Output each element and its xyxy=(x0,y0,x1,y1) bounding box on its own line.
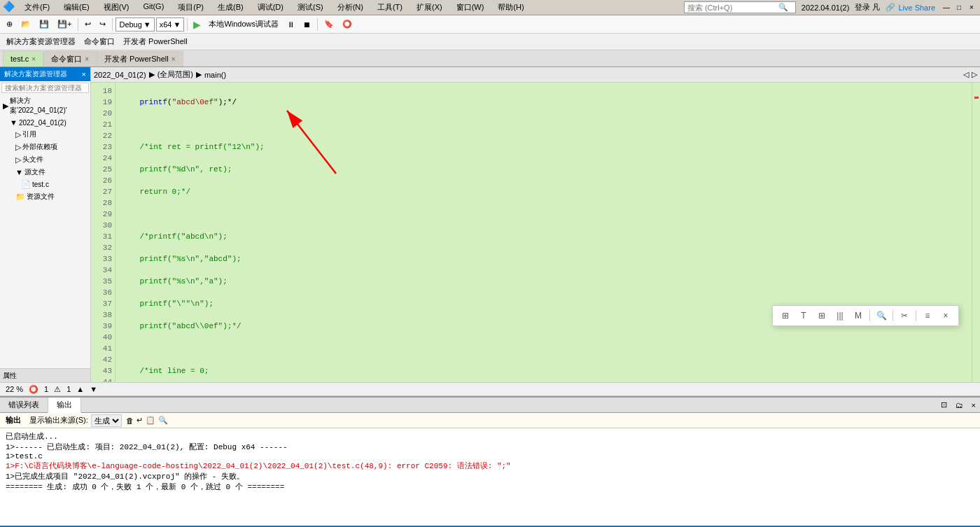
title-search-input[interactable] xyxy=(687,3,778,12)
breadcrumb-left: 2022_04_01(2) ▶ (全局范围) ▶ main() xyxy=(94,69,226,80)
sidebar-search-input[interactable] xyxy=(1,83,89,93)
nav-up[interactable]: ▲ xyxy=(76,385,84,393)
sidebar-search-area xyxy=(0,81,90,94)
bottom-tab-output[interactable]: 输出 xyxy=(48,398,81,413)
toolbar-open[interactable]: 📂 xyxy=(18,17,34,31)
menu-tools[interactable]: 工具(T) xyxy=(373,1,407,14)
toolbar-stop[interactable]: ⏹ xyxy=(300,18,314,31)
tab-powershell[interactable]: 开发者 PowerShell × xyxy=(97,51,183,66)
ft-pin[interactable]: ⊞ xyxy=(778,309,792,323)
solution-explorer-btn[interactable]: 解决方案资源管理器 xyxy=(3,34,79,49)
toolbar-bookmark[interactable]: 🔖 xyxy=(321,17,337,31)
nav-down[interactable]: ▼ xyxy=(90,385,97,393)
ft-text[interactable]: T xyxy=(797,309,811,323)
output-title: 输出 xyxy=(6,415,21,426)
menu-test[interactable]: 测试(S) xyxy=(293,1,328,14)
menu-build[interactable]: 生成(B) xyxy=(214,1,248,14)
code-view[interactable]: 1819202122 2324252627 2829303132 3334353… xyxy=(91,83,980,382)
tree-headers[interactable]: ▷ 头文件 xyxy=(0,153,90,166)
ft-scissors[interactable]: ✂ xyxy=(897,309,911,323)
log-line-5: 1>已完成生成项目 "2022_04_01(2).vcxproj" 的操作 - … xyxy=(6,471,974,482)
ft-map[interactable]: M xyxy=(851,309,865,323)
sidebar-tree: ▶ 解决方案'2022_04_01(2)' ▼ 2022_04_01(2) ▷ … xyxy=(0,94,90,368)
toolbar-new[interactable]: ⊕ xyxy=(3,17,16,31)
bottom-panel-float[interactable]: ⊡ xyxy=(937,400,951,409)
menu-window[interactable]: 窗口(W) xyxy=(452,1,489,14)
toolbar-save-all[interactable]: 💾+ xyxy=(54,17,75,31)
tree-testc-label: test.c xyxy=(32,181,49,188)
menu-extensions[interactable]: 扩展(X) xyxy=(412,1,447,14)
nav-back[interactable]: ◁ xyxy=(963,70,969,79)
output-wrap[interactable]: ↵ xyxy=(136,416,143,425)
close-button[interactable]: × xyxy=(966,2,977,13)
tab-command-close[interactable]: × xyxy=(85,55,89,63)
debug-config-dropdown[interactable]: Debug ▼ xyxy=(115,17,154,31)
command-window-btn[interactable]: 命令窗口 xyxy=(80,34,118,49)
floating-toolbar: ⊞ T ⊞ ||| M 🔍 ✂ ≡ × xyxy=(772,305,959,326)
solution-explorer: 解决方案资源管理器 × ▶ 解决方案'2022_04_01(2)' ▼ 2022… xyxy=(0,67,91,382)
menu-debug[interactable]: 调试(D) xyxy=(253,1,288,14)
tree-project-icon: ▼ xyxy=(10,118,18,127)
window-controls: — □ × xyxy=(941,2,977,13)
breadcrumb-function: main() xyxy=(204,71,226,79)
toolbar-save[interactable]: 💾 xyxy=(36,17,52,31)
ft-menu[interactable]: ≡ xyxy=(920,309,934,323)
tree-source[interactable]: ▼ 源文件 xyxy=(0,166,90,178)
ft-sep3 xyxy=(916,310,916,321)
menu-git[interactable]: Git(G) xyxy=(139,1,168,14)
tree-resources[interactable]: 📁 资源文件 xyxy=(0,190,90,203)
ft-table[interactable]: ⊞ xyxy=(815,309,829,323)
app-icon: 🔷 xyxy=(3,1,15,14)
bottom-panel-close[interactable]: × xyxy=(967,401,980,409)
ft-columns[interactable]: ||| xyxy=(833,309,847,323)
menu-view[interactable]: 视图(V) xyxy=(99,1,134,14)
toolbar-sep1 xyxy=(78,18,78,31)
powershell-btn[interactable]: 开发者 PowerShell xyxy=(120,34,191,49)
tab-testc-close[interactable]: × xyxy=(31,55,36,63)
maximize-button[interactable]: □ xyxy=(953,2,965,13)
code-text[interactable]: printf("abcd\0ef");*/ /*int ret = printf… xyxy=(115,83,972,382)
output-find[interactable]: 🔍 xyxy=(158,416,168,425)
run-label[interactable]: 本地Windows调试器 xyxy=(205,17,282,31)
log-line-3: 1>test.c xyxy=(6,452,974,461)
platform-dropdown[interactable]: x64 ▼ xyxy=(156,17,185,31)
minimize-button[interactable]: — xyxy=(941,2,952,13)
toolbar-breakpoint[interactable]: ⭕ xyxy=(339,17,356,31)
menu-edit[interactable]: 编辑(E) xyxy=(59,1,94,14)
tab-testc[interactable]: test.c × xyxy=(3,51,43,66)
right-scrollbar[interactable] xyxy=(972,83,980,382)
live-share-button[interactable]: 🔗 Live Share xyxy=(886,3,935,12)
output-source-label: 显示输出来源(S): xyxy=(29,415,88,426)
tab-command-label: 命令窗口 xyxy=(51,54,82,64)
tree-references[interactable]: ▷ 引用 xyxy=(0,128,90,141)
ft-search[interactable]: 🔍 xyxy=(874,309,888,323)
tab-powershell-close[interactable]: × xyxy=(172,55,176,63)
tree-project[interactable]: ▼ 2022_04_01(2) xyxy=(0,117,90,128)
toolbar-undo[interactable]: ↩ xyxy=(81,17,94,31)
live-share-icon: 🔗 xyxy=(886,3,895,12)
menu-project[interactable]: 项目(P) xyxy=(174,1,208,14)
login-label[interactable]: 登录 凡 xyxy=(855,2,880,13)
ft-close[interactable]: × xyxy=(939,309,953,323)
toolbar-pause[interactable]: ⏸ xyxy=(284,18,298,31)
tree-testc[interactable]: 📄 test.c xyxy=(0,178,90,190)
toolbar-redo[interactable]: ↪ xyxy=(96,17,109,31)
bottom-tab-errors[interactable]: 错误列表 xyxy=(0,398,48,413)
menu-help[interactable]: 帮助(H) xyxy=(493,1,528,14)
title-search[interactable]: 🔍 xyxy=(684,1,796,13)
output-source-select[interactable]: 生成 xyxy=(91,414,122,427)
sidebar-props[interactable]: 属性 xyxy=(3,371,17,381)
bottom-panel-dock[interactable]: 🗂 xyxy=(951,401,967,409)
tree-solution-icon: ▶ xyxy=(3,101,8,111)
tree-solution[interactable]: ▶ 解决方案'2022_04_01(2)' xyxy=(0,94,90,117)
tab-command[interactable]: 命令窗口 × xyxy=(43,51,97,66)
sidebar-header: 解决方案资源管理器 × xyxy=(0,67,90,81)
menu-file[interactable]: 文件(F) xyxy=(20,1,54,14)
nav-forward[interactable]: ▷ xyxy=(972,70,977,79)
tree-external-deps[interactable]: ▷ 外部依赖项 xyxy=(0,141,90,153)
sidebar-close[interactable]: × xyxy=(82,70,86,78)
output-clear[interactable]: 🗑 xyxy=(126,416,134,425)
output-copy[interactable]: 📋 xyxy=(146,416,155,425)
run-button[interactable]: ▶ xyxy=(190,19,204,30)
menu-analyze[interactable]: 分析(N) xyxy=(333,1,368,14)
